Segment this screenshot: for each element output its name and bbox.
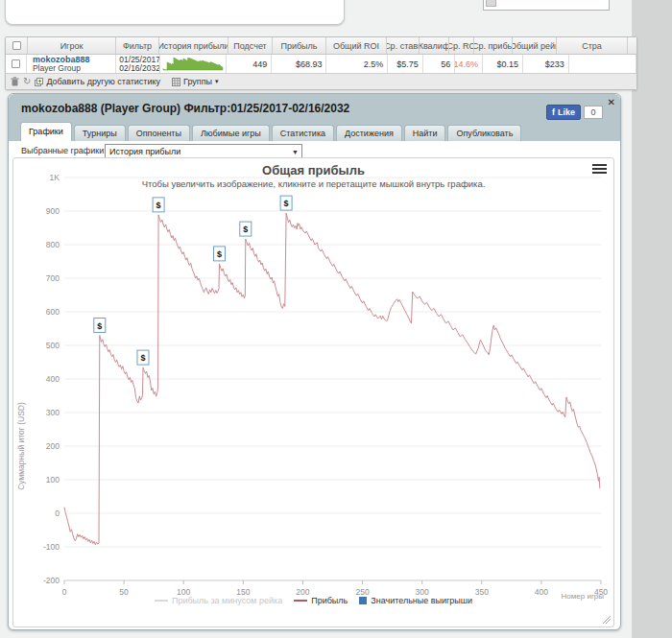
svg-text:400: 400	[46, 374, 60, 384]
tab-8[interactable]: Опубликовать	[447, 125, 521, 141]
svg-text:$: $	[140, 353, 145, 363]
resize-handle-icon[interactable]	[603, 616, 611, 624]
tab-7[interactable]: Найти	[404, 125, 446, 141]
svg-text:-200: -200	[43, 576, 60, 585]
svg-text:0: 0	[55, 508, 60, 518]
col-history[interactable]: История прибыли	[159, 37, 228, 54]
legend-item-1[interactable]: Прибыль за минусом рейка	[155, 596, 282, 605]
groups-button[interactable]: Группы ▾	[172, 77, 219, 86]
facebook-f-icon: f	[552, 107, 555, 117]
cell-avg-stake: $5.75	[388, 55, 422, 73]
graph-select-value: История прибыли	[109, 147, 180, 156]
refresh-icon[interactable]: ↻	[23, 77, 31, 86]
table-footer: ↻ Добавить другую статистику Группы ▾	[6, 74, 636, 89]
like-count: 0	[584, 106, 603, 119]
svg-text:1K: 1K	[50, 173, 60, 182]
tab-5[interactable]: Статистика	[272, 125, 334, 141]
cell-country	[569, 55, 636, 73]
col-country[interactable]: Стра	[557, 37, 628, 54]
col-total-rake[interactable]: Общий рейк	[513, 37, 557, 54]
selector-label: Выбранные графики:	[21, 146, 107, 155]
panel-title: mokozoba888 (Player Group) Фильтр:01/25/…	[21, 102, 349, 115]
svg-text:500: 500	[46, 341, 60, 350]
col-profit[interactable]: Прибыль	[273, 37, 326, 54]
x-axis-title: Номер игры	[562, 592, 604, 601]
svg-text:300: 300	[46, 408, 60, 417]
svg-text:$: $	[243, 224, 248, 234]
svg-text:800: 800	[46, 240, 60, 249]
cell-total-rake: $233	[523, 55, 569, 73]
trash-icon[interactable]	[11, 77, 19, 86]
tab-2[interactable]: Турниры	[74, 125, 126, 141]
profit-chart[interactable]: Общая прибыль Чтобы увеличить изображени…	[12, 157, 614, 627]
table-row: mokozoba888 Player Group 01/25/2017- 02/…	[6, 55, 636, 74]
tab-6[interactable]: Достижения	[336, 125, 402, 141]
col-total-roi[interactable]: Общий ROI	[326, 37, 387, 54]
filter-date-to: 02/16/2032	[119, 64, 160, 73]
legend-item-2[interactable]: Прибыль	[294, 596, 348, 605]
col-player[interactable]: Игрок	[28, 37, 116, 54]
like-label: Like	[558, 107, 575, 117]
tab-bar: ГрафикиТурнирыОппонентыЛюбимые игрыСтати…	[20, 122, 521, 141]
groups-label: Группы	[183, 77, 212, 86]
col-avg-roi[interactable]: Ср. RO	[449, 37, 474, 54]
add-statistic-button[interactable]: Добавить другую статистику	[35, 77, 160, 86]
add-statistic-label: Добавить другую статистику	[46, 77, 160, 86]
svg-text:$: $	[156, 201, 161, 210]
svg-text:$: $	[217, 249, 222, 259]
groups-dropdown-arrow: ▾	[215, 78, 219, 85]
cell-avg-roi: -14.6%	[455, 55, 483, 73]
top-right-combobox[interactable]	[483, 0, 610, 11]
svg-text:200: 200	[46, 441, 60, 451]
cell-avg-profit: $0.15	[483, 55, 523, 73]
chart-plot-area[interactable]: -200-10001002003004005006007008009001K05…	[13, 158, 613, 626]
stats-table-header: Игрок Фильтр История прибыли Подсчет При…	[6, 37, 636, 55]
options-form-panel: Другие опции...	[5, 0, 345, 25]
col-avg-stake[interactable]: Ср. ставк	[387, 37, 420, 54]
groups-icon	[172, 78, 180, 86]
col-avg-profit[interactable]: Ср. прибы	[474, 37, 513, 54]
cell-count: 449	[227, 55, 273, 73]
cell-qualified: 56	[423, 55, 455, 73]
cell-total-roi: 2.5%	[326, 55, 388, 73]
player-group-label: Player Group	[33, 64, 81, 73]
stats-table: Игрок Фильтр История прибыли Подсчет При…	[5, 36, 637, 90]
facebook-like-widget[interactable]: f Like 0	[546, 106, 603, 119]
cell-profit: $68.93	[272, 55, 326, 73]
profit-history-sparkline[interactable]	[162, 57, 224, 71]
like-button[interactable]: f Like	[546, 105, 581, 120]
legend-item-3[interactable]: Значительные выигрыши	[359, 596, 472, 605]
col-filter[interactable]: Фильтр	[116, 37, 159, 54]
y-axis-title: Суммарный итог (USD)	[16, 379, 26, 513]
svg-text:600: 600	[46, 307, 60, 317]
tab-3[interactable]: Оппоненты	[128, 125, 190, 141]
chart-legend: Прибыль за минусом рейкаПрибыльЗначитель…	[13, 596, 613, 605]
player-panel: mokozoba888 (Player Group) Фильтр:01/25/…	[8, 93, 621, 630]
svg-text:900: 900	[46, 206, 60, 216]
window-edge-strip	[632, 0, 672, 638]
row-checkbox[interactable]	[12, 59, 20, 68]
svg-text:700: 700	[46, 273, 60, 283]
tab-1[interactable]: Графики	[20, 122, 72, 141]
tab-4[interactable]: Любимые игры	[192, 125, 270, 141]
svg-text:100: 100	[46, 475, 60, 484]
combobox-handle	[486, 0, 496, 7]
col-qualified[interactable]: Квалиф	[420, 37, 449, 54]
svg-text:$: $	[284, 199, 289, 208]
select-all-checkbox[interactable]	[12, 41, 21, 50]
svg-text:-100: -100	[43, 542, 60, 552]
svg-text:$: $	[97, 321, 102, 331]
add-icon	[35, 78, 43, 86]
close-icon[interactable]: ✕	[608, 97, 615, 107]
col-count[interactable]: Подсчет	[228, 37, 273, 54]
